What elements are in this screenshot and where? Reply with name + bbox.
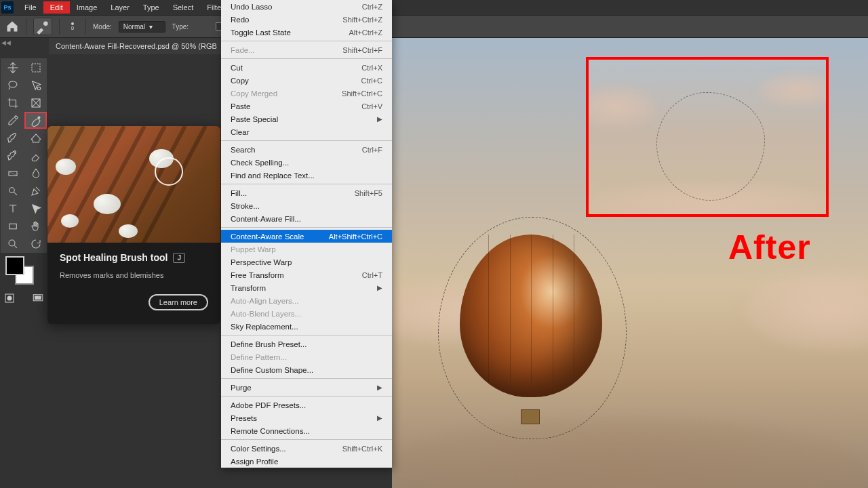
type-label: Type: [172, 23, 189, 30]
after-label: After [728, 228, 811, 267]
menu-item-remote-connections[interactable]: Remote Connections... [221, 424, 392, 437]
menu-item-redo[interactable]: RedoShift+Ctrl+Z [221, 13, 392, 26]
spot-healing-brush-tool[interactable] [24, 112, 47, 129]
active-tool-preset-icon[interactable] [33, 18, 52, 35]
svg-point-8 [9, 240, 15, 246]
collapse-panels-icon[interactable]: ◀◀ [1, 39, 11, 46]
menu-item-copy[interactable]: CopyCtrl+C [221, 74, 392, 87]
menu-type[interactable]: Type [136, 1, 166, 14]
menu-item-transform[interactable]: Transform▶ [221, 281, 392, 294]
svg-rect-1 [32, 64, 40, 72]
menu-item-color-settings[interactable]: Color Settings...Shift+Ctrl+K [221, 442, 392, 455]
path-select-tool[interactable] [24, 200, 47, 217]
color-swatches[interactable] [5, 256, 35, 286]
menu-item-purge[interactable]: Purge▶ [221, 381, 392, 394]
menu-edit[interactable]: Edit [43, 1, 70, 14]
foreground-color-swatch[interactable] [5, 256, 24, 275]
menu-layer[interactable]: Layer [104, 1, 136, 14]
rotate-view-tool[interactable] [24, 235, 47, 252]
svg-rect-12 [35, 296, 41, 300]
menubar: Ps FileEditImageLayerTypeSelectFilter3D [0, 0, 868, 15]
menu-item-adobe-pdf-presets[interactable]: Adobe PDF Presets... [221, 399, 392, 411]
menu-image[interactable]: Image [70, 1, 104, 14]
brush-size-value: 8 [71, 25, 74, 31]
svg-point-4 [38, 117, 40, 119]
tool-tooltip-panel: Spot Healing Brush tool J Removes marks … [47, 126, 220, 324]
mode-select[interactable]: Normal ▾ [119, 21, 165, 33]
svg-point-10 [7, 296, 12, 300]
hand-tool[interactable] [24, 218, 47, 235]
menu-item-content-aware-scale[interactable]: Content-Aware ScaleAlt+Shift+Ctrl+C [221, 230, 392, 243]
document-tab[interactable]: Content-Aware Fill-Recovered.psd @ 50% (… [49, 38, 224, 54]
menu-item-search[interactable]: SearchCtrl+F [221, 143, 392, 156]
frame-tool[interactable] [24, 94, 47, 111]
menu-item-define-brush-preset[interactable]: Define Brush Preset... [221, 338, 392, 350]
menu-item-cut[interactable]: CutCtrl+X [221, 61, 392, 74]
menu-file[interactable]: File [18, 1, 43, 14]
menu-item-define-pattern: Define Pattern... [221, 350, 392, 363]
document-canvas[interactable]: After [392, 38, 868, 488]
screen-mode-icon[interactable] [30, 290, 46, 306]
menu-item-puppet-warp: Puppet Warp [221, 243, 392, 256]
quick-select-tool[interactable] [24, 77, 47, 94]
menu-item-auto-align-layers: Auto-Align Layers... [221, 294, 392, 307]
brush-tool[interactable] [1, 129, 24, 146]
marquee-tool[interactable] [24, 59, 47, 76]
tooltip-title: Spot Healing Brush tool [60, 252, 167, 263]
menu-item-copy-merged: Copy MergedShift+Ctrl+C [221, 87, 392, 100]
brush-size-picker[interactable]: 8 [66, 22, 79, 31]
learn-more-button[interactable]: Learn more [149, 294, 208, 310]
menu-select[interactable]: Select [166, 1, 201, 14]
tooltip-preview-image [47, 126, 220, 243]
svg-point-2 [37, 87, 41, 90]
dodge-tool[interactable] [1, 182, 24, 199]
rectangle-tool[interactable] [1, 218, 24, 235]
tooltip-description: Removes marks and blemishes [60, 271, 208, 279]
gradient-tool[interactable] [1, 165, 24, 182]
menu-item-toggle-last-state[interactable]: Toggle Last StateAlt+Ctrl+Z [221, 26, 392, 39]
menu-item-define-custom-shape[interactable]: Define Custom Shape... [221, 363, 392, 376]
crop-tool[interactable] [1, 94, 24, 111]
menu-item-free-transform[interactable]: Free TransformCtrl+T [221, 268, 392, 281]
quick-mask-icon[interactable] [1, 290, 18, 306]
menu-item-presets[interactable]: Presets▶ [221, 411, 392, 424]
menu-item-fill[interactable]: Fill...Shift+F5 [221, 186, 392, 199]
menu-item-paste-special[interactable]: Paste Special▶ [221, 113, 392, 125]
menu-item-auto-blend-layers: Auto-Blend Layers... [221, 307, 392, 320]
move-tool[interactable] [1, 59, 24, 76]
edit-menu-dropdown: Undo LassoCtrl+ZRedoShift+Ctrl+ZToggle L… [221, 0, 392, 468]
menu-item-sky-replacement[interactable]: Sky Replacement... [221, 320, 392, 333]
eraser-tool[interactable] [24, 147, 47, 164]
pen-tool[interactable] [24, 182, 47, 199]
svg-rect-7 [9, 224, 16, 229]
menu-item-assign-profile[interactable]: Assign Profile [221, 455, 392, 468]
history-brush-tool[interactable] [1, 147, 24, 164]
menu-item-stroke[interactable]: Stroke... [221, 199, 392, 212]
home-icon[interactable] [5, 20, 19, 33]
tooltip-shortcut-key: J [173, 253, 185, 263]
menu-item-content-aware-fill[interactable]: Content-Aware Fill... [221, 212, 392, 225]
photoshop-logo-icon: Ps [1, 1, 14, 14]
options-bar: 8 Mode: Normal ▾ Type: Sample All Layers… [0, 15, 868, 38]
menu-item-check-spelling[interactable]: Check Spelling... [221, 156, 392, 169]
after-comparison-box [586, 57, 829, 217]
menu-item-perspective-warp[interactable]: Perspective Warp [221, 256, 392, 268]
menu-item-paste[interactable]: PasteCtrl+V [221, 100, 392, 113]
lasso-tool[interactable] [1, 77, 24, 94]
menu-item-fade: Fade...Shift+Ctrl+F [221, 43, 392, 56]
cursor-preview-icon [155, 157, 183, 186]
menu-item-undo-lasso[interactable]: Undo LassoCtrl+Z [221, 0, 392, 13]
svg-point-0 [43, 21, 48, 26]
menu-item-find-and-replace-text[interactable]: Find and Replace Text... [221, 169, 392, 182]
type-tool[interactable] [1, 200, 24, 217]
clone-stamp-tool[interactable] [24, 129, 47, 146]
menu-item-clear[interactable]: Clear [221, 125, 392, 138]
svg-point-6 [9, 187, 14, 192]
tools-panel [1, 58, 47, 253]
eyedropper-tool[interactable] [1, 112, 24, 129]
mode-label: Mode: [93, 23, 112, 30]
balloon-basket [521, 409, 540, 424]
blur-tool[interactable] [24, 165, 47, 182]
zoom-tool[interactable] [1, 235, 24, 252]
